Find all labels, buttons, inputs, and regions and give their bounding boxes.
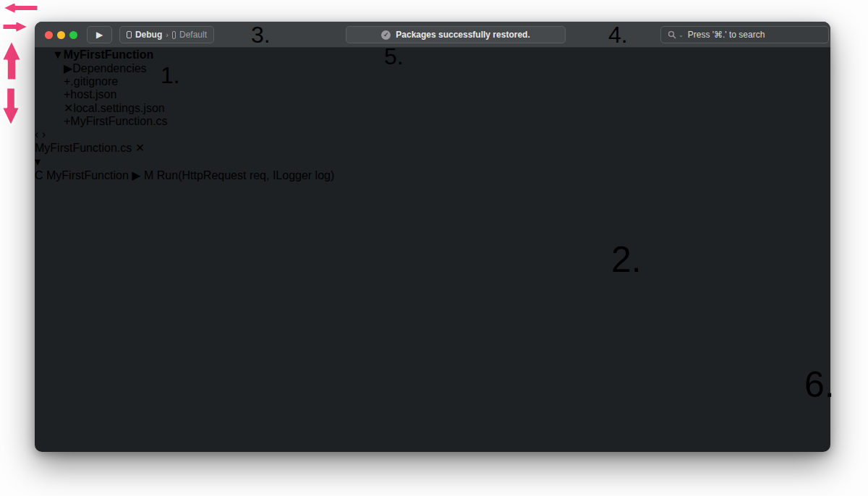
navigate-forward-button[interactable]: › xyxy=(42,128,46,140)
added-badge-icon: + xyxy=(64,88,70,101)
screenshot-stage: ▶ Debug › Default ✓ Packages successfull… xyxy=(0,0,868,496)
tree-item-label: host.json xyxy=(70,88,116,101)
configuration-label: Debug xyxy=(135,30,162,40)
titlebar: ▶ Debug › Default ✓ Packages successfull… xyxy=(35,22,830,48)
doc-icon: + xyxy=(64,115,70,127)
tree-item-dependencies[interactable]: ▶Dependencies xyxy=(35,61,830,75)
doc-icon: + xyxy=(64,88,70,101)
search-input[interactable]: ⌄ Press '⌘.' to search xyxy=(660,26,829,43)
breadcrumb-member[interactable]: Run(HttpRequest req, ILogger log) xyxy=(157,169,334,181)
method-icon: M xyxy=(144,169,153,181)
indent-guide xyxy=(35,182,830,414)
tree-item-label: .gitignore xyxy=(70,75,118,87)
breadcrumb-separator-icon: ▶ xyxy=(132,169,140,181)
tree-item-myfirstfunction-cs[interactable]: +MyFirstFunction.cs xyxy=(35,115,830,128)
play-icon: ▶ xyxy=(96,30,103,40)
doc-icon: + xyxy=(64,75,70,87)
navigate-back-button[interactable]: ‹ xyxy=(35,128,38,140)
annotation-number-5: 5. xyxy=(384,43,404,70)
chevron-right-icon: › xyxy=(166,30,169,39)
namespace-icon: C xyxy=(35,169,43,181)
tree-caret-icon[interactable]: ▼ xyxy=(52,48,64,61)
editor-tab[interactable]: MyFirstFunction.cs ✕ xyxy=(35,141,830,155)
configuration-selector[interactable]: Debug › Default xyxy=(119,26,214,43)
status-message: Packages successfully restored. xyxy=(396,30,529,40)
zoom-window-button[interactable] xyxy=(69,31,77,39)
annotation-number-6: 6. xyxy=(804,364,835,406)
ide-window: ▶ Debug › Default ✓ Packages successfull… xyxy=(35,22,830,452)
tree-item-host-json[interactable]: +host.json xyxy=(35,88,830,101)
tree-caret-icon[interactable]: ▶ xyxy=(64,62,72,74)
tree-item-label: MyFirstFunction.cs xyxy=(70,115,167,127)
indent-guide xyxy=(35,414,830,452)
tree-item-label: local.settings.json xyxy=(73,102,164,114)
annotation-number-4: 4. xyxy=(608,22,628,48)
tree-item-label: Dependencies xyxy=(72,62,146,74)
configuration-icon xyxy=(127,31,132,38)
code-area[interactable]: 6using Microsoft.Azure.WebJobs.Extension… xyxy=(35,182,830,452)
editor-tabstrip: ‹ › MyFirstFunction.cs ✕ ▾ xyxy=(35,128,830,168)
close-window-button[interactable] xyxy=(45,31,53,39)
status-notification[interactable]: ✓ Packages successfully restored. xyxy=(346,26,566,43)
added-badge-icon: + xyxy=(64,75,70,87)
added-badge-icon: + xyxy=(64,115,70,127)
breadcrumb: C MyFirstFunction ▶ M Run(HttpRequest re… xyxy=(35,168,830,182)
ignored-badge-icon: ✕ xyxy=(64,102,73,114)
run-button[interactable]: ▶ xyxy=(87,26,112,43)
device-icon xyxy=(172,31,176,39)
tree-item-myfirstfunction[interactable]: ▼MyFirstFunction xyxy=(35,48,830,61)
annotation-number-3: 3. xyxy=(251,22,271,48)
tab-list-chevron-icon[interactable]: ▾ xyxy=(35,155,41,168)
close-tab-icon[interactable]: ✕ xyxy=(135,142,145,154)
minimize-window-button[interactable] xyxy=(57,31,65,39)
annotation-number-2: 2. xyxy=(611,239,642,281)
annotation-arrow-left xyxy=(0,0,868,19)
solution-tree: ▼MyFirstFunction (master)▼MyFirstFunctio… xyxy=(35,35,830,128)
device-label: Default xyxy=(179,30,207,40)
chevron-down-icon: ⌄ xyxy=(678,32,684,38)
breadcrumb-namespace[interactable]: MyFirstFunction xyxy=(46,169,129,181)
editor-column: ‹ › MyFirstFunction.cs ✕ ▾ C MyFirstFunc… xyxy=(35,128,830,452)
tree-item-label: MyFirstFunction xyxy=(64,48,153,61)
search-icon xyxy=(668,30,676,39)
check-icon: ✓ xyxy=(381,30,391,40)
search-placeholder: Press '⌘.' to search xyxy=(688,30,765,40)
annotation-number-1: 1. xyxy=(161,62,180,89)
editor-tab-title: MyFirstFunction.cs xyxy=(35,142,132,154)
tree-item--gitignore[interactable]: +.gitignore xyxy=(35,75,830,88)
tree-item-local-settings-json[interactable]: ✕local.settings.json xyxy=(35,101,830,115)
doc-icon: ✕ xyxy=(64,102,73,114)
